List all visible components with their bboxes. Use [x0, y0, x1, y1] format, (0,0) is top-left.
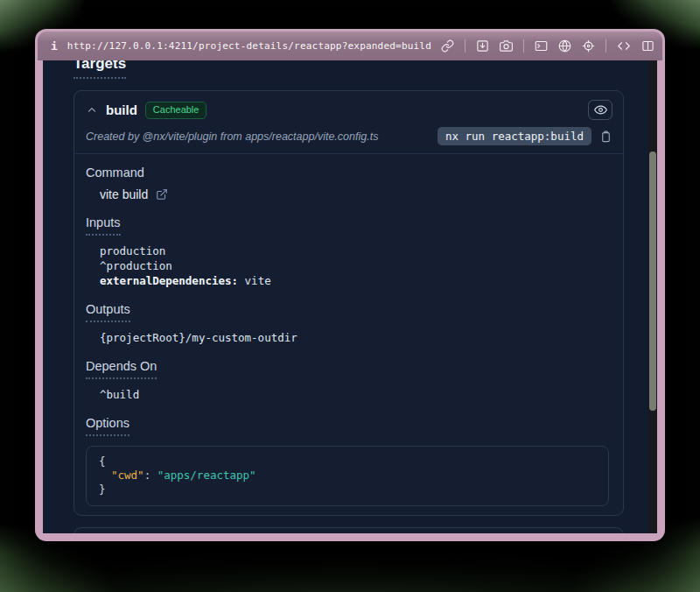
- toolbar-separator: [465, 39, 466, 53]
- options-json-block: { "cwd": "apps/reactapp" }: [86, 446, 609, 506]
- json-line: {: [99, 455, 596, 469]
- inputs-section-label: Inputs: [86, 215, 121, 236]
- toolbar-separator: [606, 39, 606, 53]
- inputs-list: production ^production externalDependenc…: [100, 243, 609, 288]
- globe-icon[interactable]: [558, 39, 571, 53]
- outputs-section-label: Outputs: [86, 302, 130, 322]
- link-icon[interactable]: [441, 39, 454, 53]
- url-text[interactable]: http://127.0.0.1:4211/project-details/re…: [67, 40, 431, 52]
- external-link-icon[interactable]: [156, 188, 168, 201]
- build-target-header[interactable]: build Cacheable Created by @nx/vite/plug…: [74, 91, 623, 154]
- chevron-up-icon: [86, 104, 98, 116]
- build-target-details: Command vite build Inputs production ^pr…: [74, 154, 623, 515]
- json-line: "cwd": "apps/reactapp": [99, 469, 596, 483]
- input-item: externalDependencies: vite: [100, 273, 609, 288]
- cacheable-badge: Cacheable: [145, 102, 207, 119]
- depends-on-item: ^build: [100, 387, 609, 402]
- created-by-text: Created by @nx/vite/plugin from apps/rea…: [86, 130, 378, 143]
- options-section-label: Options: [86, 416, 130, 436]
- code-icon[interactable]: [617, 39, 631, 53]
- page-title: Targets: [74, 60, 126, 79]
- input-item: ^production: [100, 258, 609, 273]
- outputs-list: {projectRoot}/my-custom-outdir: [100, 330, 609, 345]
- toolbar-separator: [523, 39, 524, 53]
- output-item: {projectRoot}/my-custom-outdir: [100, 330, 609, 345]
- view-target-button[interactable]: [588, 100, 612, 120]
- split-panel-icon[interactable]: [641, 39, 654, 53]
- crosshair-icon[interactable]: [582, 39, 595, 53]
- copy-command-button[interactable]: [599, 130, 612, 144]
- command-section-label: Command: [86, 166, 609, 180]
- project-details-content: Targets build Cacheable Created by @nx/v…: [43, 60, 657, 533]
- run-command-chip: nx run reactapp:build: [438, 127, 592, 145]
- info-icon: i: [51, 39, 58, 53]
- serve-target-card: serve vite serve: [74, 527, 624, 533]
- copy-icon: [599, 130, 612, 144]
- serve-target-header[interactable]: serve vite serve: [74, 528, 623, 533]
- browser-window: i http://127.0.0.1:4211/project-details/…: [35, 29, 665, 541]
- content-viewport: Targets build Cacheable Created by @nx/v…: [43, 60, 657, 533]
- terminal-icon[interactable]: [535, 39, 548, 53]
- scrollbar-track[interactable]: [648, 60, 657, 533]
- input-item: production: [100, 243, 609, 258]
- build-target-card: build Cacheable Created by @nx/vite/plug…: [74, 90, 624, 516]
- command-value: vite build: [100, 187, 148, 201]
- browser-toolbar: i http://127.0.0.1:4211/project-details/…: [38, 32, 662, 60]
- toolbar-actions: [441, 39, 654, 53]
- depends-on-section-label: Depends On: [86, 359, 157, 379]
- camera-icon[interactable]: [500, 39, 513, 53]
- target-name: build: [106, 102, 137, 117]
- eye-icon: [594, 103, 607, 116]
- import-icon[interactable]: [476, 39, 489, 53]
- depends-on-list: ^build: [100, 387, 609, 402]
- json-line: }: [99, 483, 596, 497]
- scrollbar-thumb[interactable]: [649, 152, 656, 411]
